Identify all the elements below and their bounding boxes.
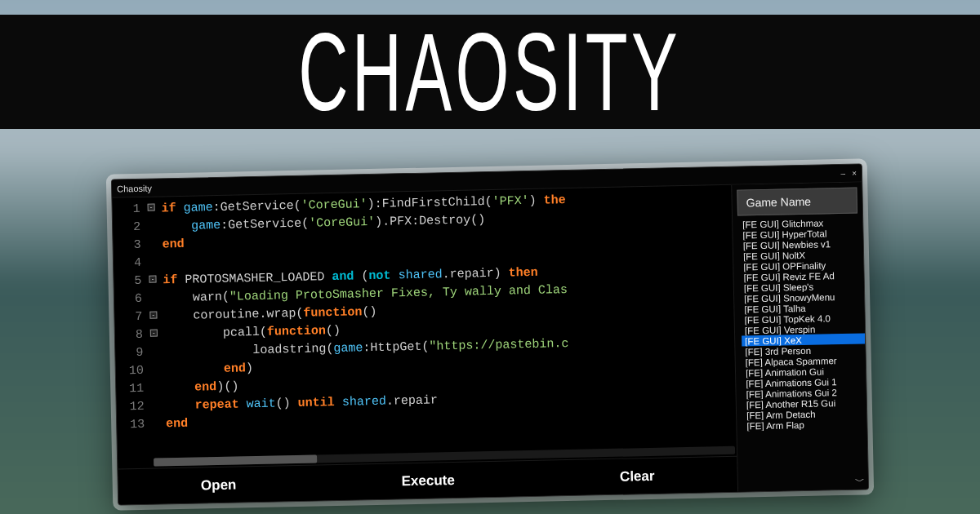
line-gutter: 1-2345-67-8-910111213	[112, 197, 152, 459]
script-list[interactable]: [FE GUI] Glitchmax[FE GUI] HyperTotal[FE…	[733, 216, 868, 491]
scroll-down-icon[interactable]: ﹀	[853, 474, 866, 487]
content-row: 1-2345-67-8-910111213 if game:GetService…	[112, 182, 868, 504]
line-number: 11	[116, 380, 150, 399]
line-number: 10	[116, 362, 150, 381]
app-window: Chaosity – × 1-2345-67-8-910111213 if ga…	[111, 163, 869, 505]
fold-icon[interactable]: -	[149, 312, 157, 319]
sidebar-header[interactable]: Game Name	[737, 188, 858, 216]
execute-button[interactable]: Execute	[385, 467, 471, 494]
line-number: 1-	[112, 201, 146, 219]
close-button[interactable]: ×	[852, 169, 857, 178]
sidebar: Game Name [FE GUI] Glitchmax[FE GUI] Hyp…	[731, 182, 868, 491]
open-button[interactable]: Open	[185, 472, 253, 499]
list-item[interactable]: [FE] Arm Flap	[743, 418, 866, 431]
window-controls: – ×	[840, 169, 857, 178]
code-area[interactable]: if game:GetService('CoreGui'):FindFirstC…	[146, 185, 737, 459]
line-number: 9	[115, 344, 149, 363]
line-number: 5-	[114, 273, 148, 291]
editor-body[interactable]: 1-2345-67-8-910111213 if game:GetService…	[112, 185, 737, 459]
line-number: 3	[113, 237, 147, 255]
window-title: Chaosity	[117, 183, 152, 193]
minimize-button[interactable]: –	[840, 169, 845, 178]
line-number: 12	[117, 398, 151, 417]
clear-button[interactable]: Clear	[604, 463, 671, 490]
fold-icon[interactable]: -	[149, 276, 156, 283]
line-number: 2	[113, 219, 147, 237]
line-number: 6	[114, 290, 149, 309]
app-title: CHAOSITY	[299, 8, 682, 135]
line-number: 13	[117, 416, 151, 435]
title-banner: CHAOSITY	[0, 15, 980, 129]
line-number: 4	[114, 255, 148, 273]
line-number: 7-	[114, 308, 149, 327]
fold-icon[interactable]: -	[150, 330, 158, 337]
fold-icon[interactable]: -	[148, 204, 155, 211]
line-number: 8-	[115, 326, 149, 345]
editor-pane: 1-2345-67-8-910111213 if game:GetService…	[112, 185, 737, 505]
